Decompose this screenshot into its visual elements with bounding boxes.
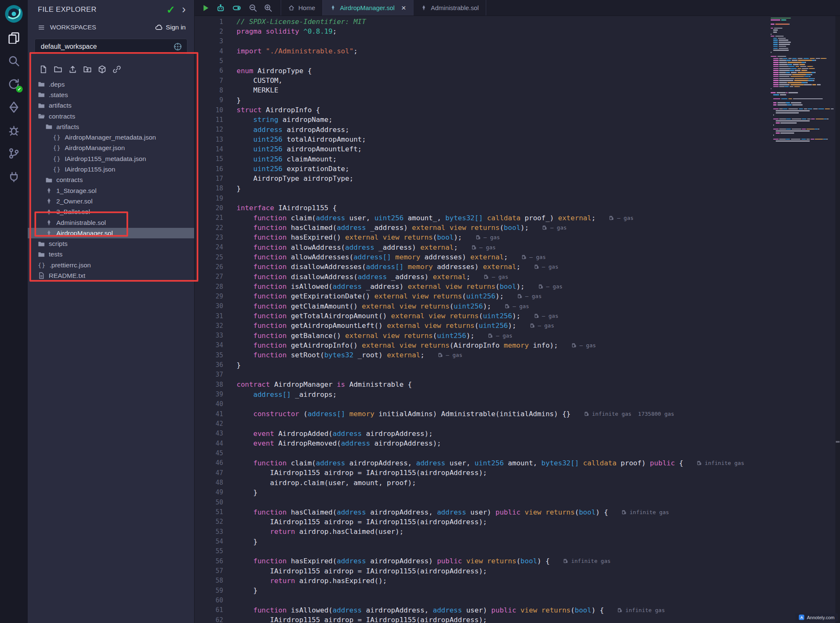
code-line[interactable]: 57 IAirdrop1155 airdrop = IAirdrop1155(a… [195,566,769,575]
minimap[interactable] [771,17,835,160]
menu-icon[interactable] [38,24,45,31]
upload-file-icon[interactable] [68,65,77,74]
workspace-select[interactable]: default_workspace [34,39,187,55]
tree-item-README.txt[interactable]: README.txt [28,270,194,281]
search-icon[interactable] [8,55,20,67]
code-line[interactable]: 1// SPDX-License-Identifier: MIT [195,17,769,26]
code-line[interactable]: 52 IAirdrop1155 airdrop = IAirdrop1155(a… [195,517,769,527]
code-line[interactable]: 62 IAirdrop1155 airdrop = IAirdrop1155(a… [195,615,769,623]
code-line[interactable]: 2pragma solidity ^0.8.19; [195,26,769,36]
code-line[interactable]: 12 address airdropAddress; [195,125,769,135]
code-line[interactable]: 11 string airdropName; [195,115,769,124]
code-line[interactable]: 5 [195,56,769,66]
code-line[interactable]: 26 function disallowAddresses(address[] … [195,262,769,272]
code-line[interactable]: 54 } [195,536,769,546]
code-line[interactable]: 8 MERKLE [195,85,769,95]
tree-item-.states[interactable]: .states [28,90,194,100]
code-line[interactable]: 31 function getTotalAirdropAmount() exte… [195,311,769,321]
link-icon[interactable] [113,65,121,74]
tree-item-2_Owner.sol[interactable]: 2_Owner.sol [28,196,194,206]
tree-item-artifacts[interactable]: artifacts [28,100,194,111]
tree-item-AirdropManager.json[interactable]: {}AirdropManager.json [28,143,194,153]
zoom-in-icon[interactable] [264,4,272,12]
code-line[interactable]: 45 [195,448,769,458]
code-line[interactable]: 53 return airdrop.hasClaimed(user); [195,527,769,536]
code-line[interactable]: 61 function isAllowed(address airdropAdd… [195,605,769,615]
tree-item-.prettierrc.json[interactable]: {}.prettierrc.json [28,260,194,270]
tree-item-AirdropManager.sol[interactable]: AirdropManager.sol [28,228,194,238]
code-line[interactable]: 35 function setRoot(bytes32 _root) exter… [195,350,769,360]
code-line[interactable]: 59 } [195,586,769,595]
code-line[interactable]: 56 function hasExpired(address airdropAd… [195,556,769,566]
tree-item-tests[interactable]: tests [28,249,194,260]
chevron-right-icon[interactable]: › [182,5,186,14]
close-icon[interactable]: × [401,4,406,12]
tree-item-contracts[interactable]: contracts [28,111,194,121]
code-line[interactable]: 15 uint256 claimAmount; [195,154,769,164]
code-line[interactable]: 37 [195,370,769,380]
sign-in-button[interactable]: Sign in [155,24,186,31]
tree-item-3_Ballot.sol[interactable]: 3_Ballot.sol [28,207,194,217]
code-line[interactable]: 47 IAirdrop1155 airdrop = IAirdrop1155(a… [195,468,769,478]
code-line[interactable]: 30 function getClaimAmount() external vi… [195,301,769,311]
code-line[interactable]: 60 [195,595,769,605]
tree-item-contracts[interactable]: contracts [28,175,194,185]
code-line[interactable]: 29 function getExpirationDate() external… [195,291,769,301]
code-line[interactable]: 13 uint256 totalAirdropAmount; [195,135,769,144]
code-line[interactable]: 58 return airdrop.hasExpired(); [195,576,769,586]
tree-item-.deps[interactable]: .deps [28,79,194,90]
code-line[interactable]: 40 [195,399,769,409]
code-line[interactable]: 25 function allowAddresses(address[] mem… [195,252,769,262]
ai-assistant-icon[interactable] [216,4,225,12]
tree-item-Administrable.sol[interactable]: Administrable.sol [28,217,194,228]
code-line[interactable]: 39 address[] _airdrops; [195,389,769,399]
tree-item-AirdropManager_metadata.json[interactable]: {}AirdropManager_metadata.json [28,132,194,143]
deploy-run-icon[interactable] [8,101,20,113]
code-line[interactable]: 34 function getAirdropInfo() external vi… [195,341,769,350]
code-line[interactable]: 6enum AirdropType { [195,66,769,76]
code-line[interactable]: 18} [195,184,769,193]
code-line[interactable]: 24 function allowAddress(address _addres… [195,243,769,252]
debugger-icon[interactable] [8,124,20,136]
code-line[interactable]: 46 function claim(address airdropAddress… [195,458,769,468]
code-line[interactable]: 28 function isAllowed(address _address) … [195,282,769,291]
code-line[interactable]: 4import "./Administrable.sol"; [195,46,769,56]
tab-Home[interactable]: Home [281,0,323,16]
code-line[interactable]: 27 function disallowAddress(address _add… [195,272,769,282]
editor-scrollbar[interactable] [835,16,840,623]
git-icon[interactable] [8,148,20,159]
code-line[interactable]: 44 event AirdropRemoved(address airdropA… [195,438,769,448]
code-line[interactable]: 36} [195,360,769,370]
code-line[interactable]: 41 constructor (address[] memory initial… [195,409,769,419]
code-line[interactable]: 55 [195,546,769,556]
code-line[interactable]: 20interface IAirdrop1155 { [195,203,769,213]
code-line[interactable]: 49 } [195,488,769,497]
code-line[interactable]: 22 function hasClaimed(address _address)… [195,223,769,232]
code-line[interactable]: 33 function getBalance() external view r… [195,331,769,341]
tree-item-IAirdrop1155_metadata.json[interactable]: {}IAirdrop1155_metadata.json [28,153,194,164]
code-line[interactable]: 38contract AirdropManager is Administrab… [195,380,769,389]
plugin-manager-icon[interactable] [8,171,20,182]
code-line[interactable]: 3 [195,37,769,46]
file-explorer-icon[interactable] [8,32,20,44]
tab-AirdropManager.sol[interactable]: AirdropManager.sol× [323,0,413,16]
solidity-compiler-icon[interactable]: ✓ [8,78,20,90]
code-line[interactable]: 16 uint256 expirationDate; [195,164,769,174]
code-line[interactable]: 32 function getAirdropAmountLeft() exter… [195,321,769,330]
code-line[interactable]: 14 uint256 airdropAmountLeft; [195,144,769,154]
code-line[interactable]: 7 CUSTOM, [195,76,769,85]
tab-Administrable.sol[interactable]: Administrable.sol [413,0,486,16]
tree-item-IAirdrop1155.json[interactable]: {}IAirdrop1155.json [28,164,194,174]
zoom-out-icon[interactable] [249,4,257,12]
workspace-settings-icon[interactable] [174,42,182,51]
tree-item-artifacts[interactable]: artifacts [28,121,194,132]
ipfs-cube-icon[interactable] [98,65,106,74]
code-line[interactable]: 19 [195,193,769,203]
run-icon[interactable] [201,4,210,12]
code-line[interactable]: 9} [195,95,769,105]
code-line[interactable]: 43 event AirdropAdded(address airdropAdd… [195,429,769,438]
code-line[interactable]: 50 [195,497,769,507]
code-lines[interactable]: 1// SPDX-License-Identifier: MIT2pragma … [195,16,769,623]
code-line[interactable]: 42 [195,419,769,428]
code-line[interactable]: 23 function hasExpired() external view r… [195,232,769,242]
